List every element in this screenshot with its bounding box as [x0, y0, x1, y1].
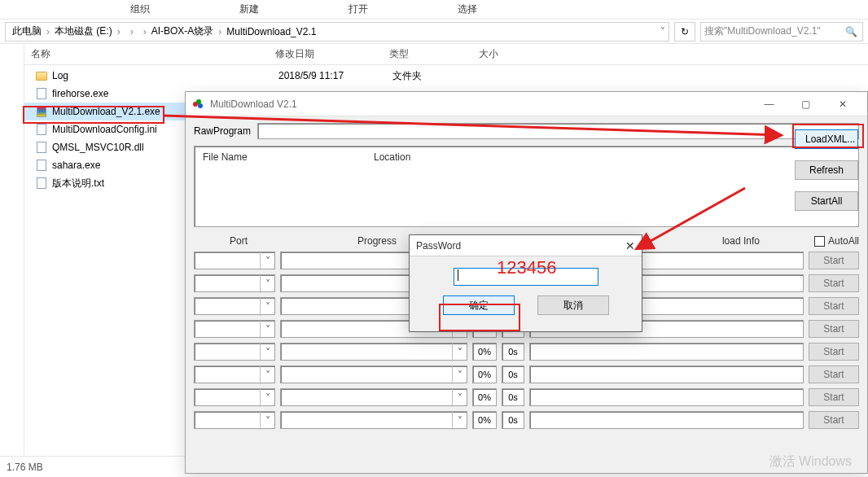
col-type[interactable]: 类型 — [383, 47, 472, 61]
crumb-d3[interactable]: AI-BOX-A烧录 — [148, 24, 217, 38]
ini-icon — [34, 123, 49, 136]
search-icon: 🔍 — [845, 26, 857, 37]
load-info — [529, 411, 804, 429]
port-select[interactable]: ˅ — [194, 320, 275, 338]
chevron-down-icon: ˅ — [260, 366, 274, 384]
download-row: ˅˅0%0sStart — [194, 343, 859, 361]
chevron-down-icon: ˅ — [260, 412, 274, 430]
status-size: 1.76 MB — [7, 462, 43, 473]
crumb-d4[interactable]: MultiDownload_V2.1 — [223, 26, 319, 37]
ribbon-tab-new[interactable]: 新建 — [239, 2, 259, 16]
progress-select[interactable]: ˅ — [280, 365, 467, 383]
crumb-root[interactable]: 此电脑 — [9, 24, 45, 38]
elapsed-time: 0s — [502, 365, 524, 383]
exe-icon — [34, 105, 49, 118]
chevron-down-icon: ˅ — [260, 321, 274, 339]
file-type: 文件夹 — [392, 69, 482, 83]
progress-percent: 0% — [472, 343, 497, 361]
port-select[interactable]: ˅ — [194, 411, 275, 429]
ribbon-tab-open[interactable]: 打开 — [349, 2, 368, 16]
port-select[interactable]: ˅ — [194, 388, 275, 406]
password-cancel-button[interactable]: 取消 — [537, 295, 609, 315]
loadxml-button[interactable]: LoadXML... — [795, 129, 858, 149]
port-select[interactable]: ˅ — [194, 252, 275, 269]
startall-button[interactable]: StartAll — [795, 191, 858, 211]
chevron-down-icon: ˅ — [260, 298, 274, 316]
col-date[interactable]: 修改日期 — [269, 47, 383, 61]
close-icon[interactable]: ✕ — [625, 239, 635, 252]
password-input[interactable] — [454, 268, 598, 286]
start-button[interactable]: Start — [809, 297, 859, 315]
col-loadinfo: load Info — [668, 235, 814, 247]
app-icon — [192, 98, 205, 111]
ribbon-tab-select[interactable]: 选择 — [458, 2, 477, 16]
progress-select[interactable]: ˅ — [280, 343, 467, 361]
autoall-label: AutoAll — [828, 235, 859, 247]
col-size[interactable]: 大小 — [472, 47, 546, 61]
chevron-down-icon: ˅ — [260, 275, 274, 293]
start-button[interactable]: Start — [809, 252, 859, 269]
refresh-button-md[interactable]: Refresh — [795, 160, 858, 180]
port-select[interactable]: ˅ — [194, 274, 275, 292]
download-row: ˅˅0%0sStart — [194, 365, 859, 383]
chevron-down-icon: ˅ — [452, 366, 467, 384]
password-ok-button[interactable]: 确定 — [443, 295, 515, 315]
breadcrumb[interactable]: 此电脑› 本地磁盘 (E:)› › › AI-BOX-A烧录› MultiDow… — [5, 22, 669, 42]
file-list-box[interactable]: File Name Location — [194, 146, 859, 227]
elapsed-time: 0s — [502, 411, 524, 429]
progress-select[interactable]: ˅ — [280, 411, 467, 429]
progress-percent: 0% — [472, 388, 497, 406]
ribbon-tab-org[interactable]: 组织 — [130, 2, 150, 16]
file-row-folder[interactable]: Log 2018/5/9 11:17 文件夹 — [24, 67, 868, 85]
exe-icon — [34, 159, 49, 172]
crumb-drive[interactable]: 本地磁盘 (E:) — [51, 24, 116, 38]
minimize-button[interactable]: — — [751, 92, 787, 116]
dll-icon — [34, 141, 49, 154]
svg-point-2 — [198, 103, 203, 108]
elapsed-time: 0s — [502, 388, 524, 406]
window-title-bar[interactable]: MultiDownload V2.1 — ▢ ✕ — [186, 92, 867, 116]
start-button[interactable]: Start — [809, 365, 859, 383]
refresh-icon: ↻ — [681, 26, 689, 37]
search-input[interactable]: 搜索"MultiDownload_V2.1" 🔍 — [700, 22, 863, 42]
txt-icon — [34, 177, 49, 190]
elapsed-time: 0s — [502, 343, 524, 361]
chevron-down-icon: ˅ — [452, 389, 467, 407]
password-title-bar[interactable]: PassWord ✕ — [410, 235, 642, 256]
file-name: QMSL_MSVC10R.dll — [49, 142, 144, 153]
file-name: 版本说明.txt — [49, 177, 104, 190]
chevron-down-icon: ˅ — [452, 344, 467, 361]
load-info — [529, 365, 804, 383]
port-select[interactable]: ˅ — [194, 297, 275, 315]
password-title: PassWord — [416, 240, 461, 252]
exe-icon — [34, 87, 49, 100]
col-name[interactable]: 名称 — [24, 47, 269, 61]
nav-tree[interactable] — [0, 44, 24, 456]
breadcrumb-dropdown-icon[interactable]: ˅ — [660, 26, 665, 37]
col-port: Port — [194, 235, 283, 247]
rawprogram-path — [257, 123, 859, 139]
progress-percent: 0% — [472, 411, 497, 429]
port-select[interactable]: ˅ — [194, 365, 275, 383]
file-name: sahara.exe — [49, 160, 100, 171]
close-button[interactable]: ✕ — [824, 92, 861, 116]
start-button[interactable]: Start — [809, 388, 859, 406]
progress-select[interactable]: ˅ — [280, 388, 467, 406]
start-button[interactable]: Start — [809, 320, 859, 338]
file-list-header[interactable]: 名称 修改日期 类型 大小 — [24, 44, 868, 65]
port-select[interactable]: ˅ — [194, 343, 275, 361]
search-placeholder: 搜索"MultiDownload_V2.1" — [704, 24, 821, 38]
start-button[interactable]: Start — [809, 343, 859, 361]
ribbon-tabs: 组织 新建 打开 选择 — [0, 0, 868, 20]
start-button[interactable]: Start — [809, 411, 859, 429]
refresh-button[interactable]: ↻ — [674, 22, 695, 42]
maximize-button[interactable]: ▢ — [787, 92, 824, 116]
file-name: MultiDownloadConfig.ini — [49, 124, 157, 135]
rawprogram-label: RawProgram — [194, 125, 251, 137]
load-info — [529, 388, 804, 406]
maximize-icon: ▢ — [801, 98, 810, 110]
file-name: Log — [49, 70, 278, 81]
autoall-checkbox[interactable] — [814, 236, 825, 247]
start-button[interactable]: Start — [809, 274, 859, 292]
progress-percent: 0% — [472, 365, 497, 383]
